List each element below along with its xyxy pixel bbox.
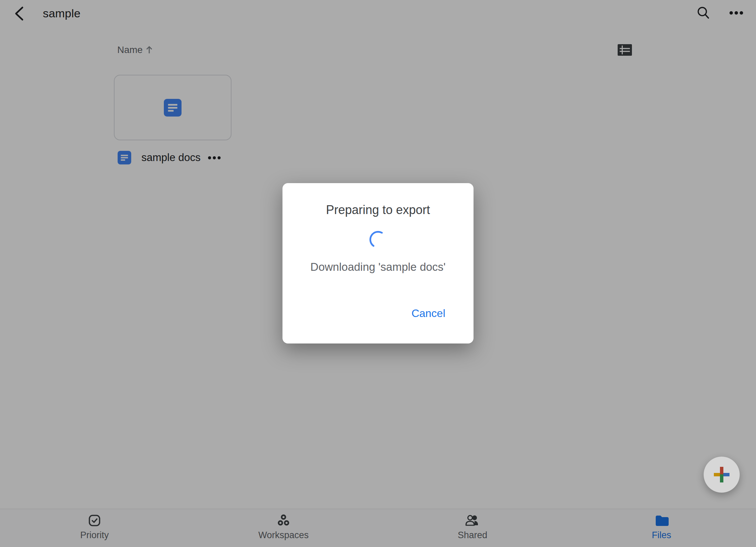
loading-spinner-icon — [282, 230, 474, 249]
dialog-message: Downloading 'sample docs' — [282, 261, 474, 274]
export-dialog: Preparing to export Downloading 'sample … — [282, 183, 474, 343]
google-plus-icon — [714, 467, 729, 482]
new-item-fab[interactable] — [704, 457, 740, 493]
drive-folder-screen: sample Name — [0, 0, 756, 547]
dialog-title: Preparing to export — [282, 203, 474, 217]
cancel-button[interactable]: Cancel — [408, 304, 449, 323]
